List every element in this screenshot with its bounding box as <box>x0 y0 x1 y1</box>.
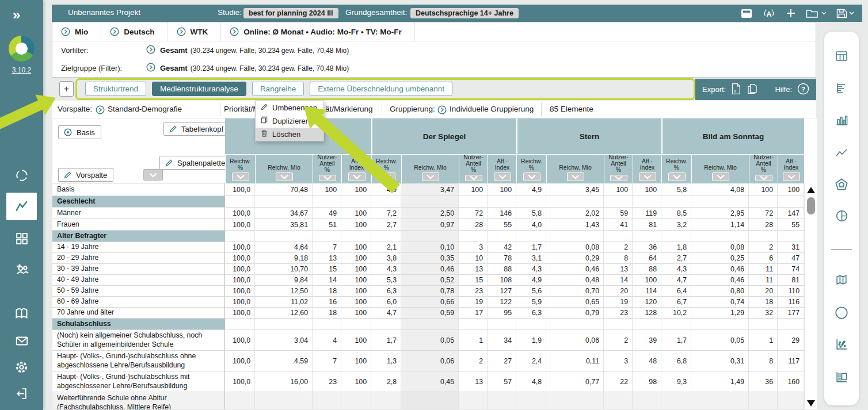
prioritaet-label-right[interactable]: ät/Markierung <box>325 105 373 113</box>
vorfilter-value[interactable]: Gesamt <box>160 46 188 55</box>
broadcast-icon[interactable]: A <box>762 9 776 18</box>
column-menu-button[interactable] <box>755 175 772 181</box>
copy-pages-icon[interactable] <box>746 83 759 97</box>
version-link[interactable]: 3.10.2 <box>0 66 43 74</box>
dashboard-grid-icon[interactable] <box>0 231 43 246</box>
column-menu-button[interactable] <box>319 175 336 181</box>
column-menu-button[interactable] <box>639 173 656 181</box>
context-menu-item-löschen[interactable]: Löschen <box>256 128 323 141</box>
zielgruppe-value[interactable]: Gesamt <box>160 64 188 72</box>
gruppierung-value[interactable]: Individuelle Gruppierung <box>450 105 534 113</box>
vorspalte-value[interactable]: Standard-Demografie <box>108 105 182 113</box>
tabellenkopf-button[interactable]: Tabellenkopf <box>163 122 230 136</box>
column-menu-button[interactable] <box>276 173 293 181</box>
value-cell: 0,06 <box>401 351 459 371</box>
handbook-icon[interactable] <box>0 306 43 321</box>
column-menu-button[interactable] <box>348 173 366 181</box>
spaltenpalette-button[interactable]: Spaltenpalette <box>159 156 231 170</box>
settings-gear-icon[interactable] <box>0 359 43 375</box>
bar-chart-vertical-icon[interactable] <box>824 113 859 127</box>
row-label: 40 - 49 Jahre <box>52 275 225 286</box>
folder-open-icon[interactable] <box>806 9 827 18</box>
unit-button-1[interactable]: Deutsch <box>101 22 167 41</box>
trend-chart-icon[interactable] <box>6 193 37 220</box>
topbar-actions: A <box>741 5 854 22</box>
bubble-chart-icon[interactable] <box>824 305 859 320</box>
tab-medienstrukturanalyse[interactable]: Medienstrukturanalyse <box>152 82 246 96</box>
column-group-header[interactable]: Der Spiegel <box>371 118 516 154</box>
value-cell: 100 <box>488 183 516 196</box>
map-icon[interactable] <box>824 273 859 288</box>
radar-chart-icon[interactable] <box>824 177 859 192</box>
value-cell: 47 <box>778 253 804 264</box>
mail-icon[interactable] <box>0 334 43 348</box>
value-cell: 122 <box>488 297 516 308</box>
sidebar-expand-icon[interactable]: » <box>13 7 20 23</box>
column-menu-button[interactable] <box>783 173 800 181</box>
value-cell <box>401 392 459 410</box>
value-cell: 34 <box>488 330 516 351</box>
value-cell: 6,8 <box>661 351 691 371</box>
line-chart-icon[interactable] <box>824 147 859 160</box>
gantt-overlap-icon[interactable] <box>824 370 859 384</box>
column-menu-button[interactable] <box>465 175 482 181</box>
value-cell: 0,65 <box>546 297 604 308</box>
donut-chart-icon[interactable] <box>0 168 43 183</box>
add-tab-button[interactable]: + <box>59 81 74 97</box>
scroll-down-icon[interactable] <box>807 400 815 407</box>
scatter-plot-icon[interactable] <box>824 337 859 351</box>
logout-icon[interactable] <box>0 386 43 401</box>
column-group-header[interactable]: Stern <box>516 118 661 154</box>
column-menu-button[interactable] <box>712 173 729 181</box>
chevron-circle-icon[interactable] <box>437 105 447 116</box>
unit-button-0[interactable]: Mio <box>52 22 101 41</box>
bar-chart-horizontal-icon[interactable] <box>824 81 859 95</box>
value-cell: 100,0 <box>225 297 255 308</box>
column-menu-button[interactable] <box>610 175 627 181</box>
save-icon[interactable] <box>836 9 854 18</box>
tab-externe-überschneidung-umbenannt[interactable]: Externe Überschneidung umbenannt <box>310 82 452 96</box>
table-icon[interactable] <box>824 49 859 63</box>
column-menu-button[interactable] <box>567 173 584 181</box>
value-cell <box>691 392 749 410</box>
context-menu-item-umbenennen[interactable]: Umbenennen <box>256 101 323 114</box>
value-cell: 57 <box>488 371 516 392</box>
value-cell: 100 <box>341 242 371 253</box>
value-cell: 110 <box>778 286 804 297</box>
context-menu-item-duplizieren[interactable]: Duplizieren <box>256 114 323 128</box>
tab-rangreihe[interactable]: Rangreihe <box>252 82 304 96</box>
unit-button-3[interactable]: Online: Ø Monat • Audio: Mo-Fr • TV: Mo-… <box>221 22 414 41</box>
tab-strukturtrend[interactable]: Strukturtrend <box>85 82 146 96</box>
basis-button[interactable]: Basis <box>58 125 101 139</box>
universe-label: Grundgesamtheit: <box>345 8 407 17</box>
scrollbar-thumb[interactable] <box>807 197 815 214</box>
column-group-header[interactable]: Bild am Sonntag <box>661 118 804 154</box>
calculator-icon[interactable] <box>741 9 752 18</box>
vorspalte-button[interactable]: Vorspalte <box>58 168 113 182</box>
vorspalte-menu-button[interactable] <box>143 169 163 181</box>
value-cell: 0,79 <box>546 308 604 319</box>
add-icon[interactable] <box>786 8 796 18</box>
scroll-up-icon[interactable] <box>807 187 815 193</box>
pie-chart-icon[interactable] <box>824 209 859 223</box>
value-cell: 4,3 <box>371 264 401 275</box>
column-menu-button[interactable] <box>494 173 511 181</box>
audience-icon[interactable] <box>0 262 43 278</box>
column-menu-button[interactable] <box>232 173 249 181</box>
value-cell: 119 <box>633 208 661 219</box>
value-cell: 2 <box>749 242 778 253</box>
chevron-circle-icon[interactable] <box>96 105 105 116</box>
column-menu-button[interactable] <box>668 173 686 181</box>
chevron-circle-icon[interactable] <box>146 63 155 74</box>
column-menu-button[interactable] <box>378 173 395 181</box>
chevron-circle-icon[interactable] <box>146 45 155 56</box>
column-menu-button[interactable] <box>523 173 540 181</box>
value-cell: 16,00 <box>255 371 313 392</box>
column-menu-button[interactable] <box>422 173 439 181</box>
vertical-scrollbar[interactable] <box>804 183 817 409</box>
value-cell: 100,0 <box>225 308 255 319</box>
help-circle-icon[interactable]: ? <box>797 83 809 97</box>
excel-file-icon[interactable]: x <box>731 83 741 97</box>
vorfilter-label: Vorfilter: <box>61 46 146 55</box>
unit-button-2[interactable]: WTK <box>168 22 222 41</box>
